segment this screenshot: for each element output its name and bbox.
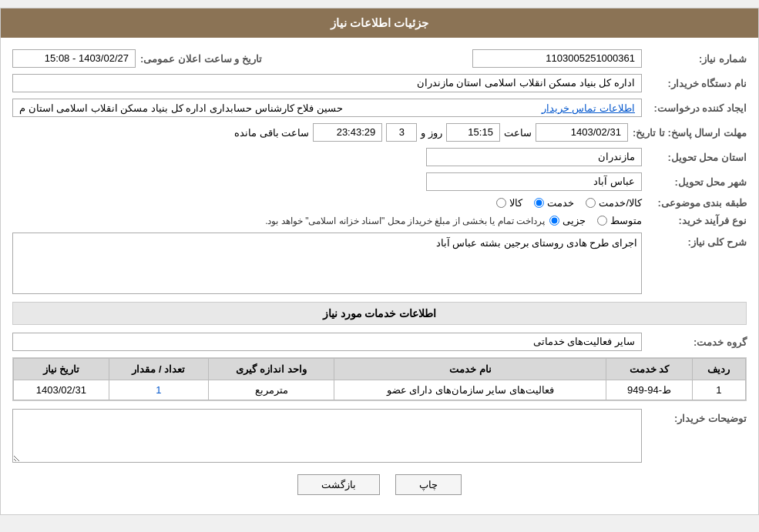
shomareNiaz-label: شماره نیاز: — [646, 53, 747, 65]
col-tarikh: تاریخ نیاز — [14, 359, 109, 380]
khadamat-header: اطلاعات خدمات مورد نیاز — [12, 302, 747, 325]
cell-name: فعالیت‌های سایر سازمان‌های دارای عضو — [334, 380, 606, 400]
mohlat-time-label: ساعت — [504, 127, 532, 139]
tabaqe-radio-group: کالا/خدمت خدمت کالا — [496, 197, 642, 209]
grohe-label: گروه خدمت: — [646, 336, 747, 348]
khadamat-table-container: ردیف کد خدمت نام خدمت واحد اندازه گیری ت… — [12, 357, 747, 401]
row-grohe: گروه خدمت: سایر فعالیت‌های خدماتی — [12, 333, 747, 351]
tabaqe-kala[interactable]: کالا — [496, 197, 522, 209]
cell-radif: 1 — [692, 380, 745, 400]
shahr-label: شهر محل تحویل: — [646, 176, 747, 188]
sharh-text: اجرای طرح هادی روستای برجین بشته عباس آب… — [436, 237, 637, 249]
navFarayand-mottawaset[interactable]: متوسط — [597, 215, 642, 226]
buttons-row: چاپ بازگشت — [12, 474, 747, 495]
mohlat-remaining: 23:43:29 — [313, 123, 382, 142]
cell-vahed: مترمربع — [209, 380, 334, 400]
tabaqe-khadamat-label: خدمت — [547, 197, 574, 209]
mohlat-time: 15:15 — [446, 123, 500, 142]
col-vahed: واحد اندازه گیری — [209, 359, 334, 380]
grohe-value: سایر فعالیت‌های خدماتی — [12, 333, 642, 351]
navFarayand-mottawaset-radio[interactable] — [597, 216, 607, 226]
btn-return[interactable]: بازگشت — [297, 474, 380, 495]
shomareNiaz-value: 1103005251000361 — [472, 49, 642, 68]
mohlat-remaining-label: ساعت باقی مانده — [234, 127, 309, 139]
row-sharh: شرح کلی نیاز: اجرای طرح هادی روستای برجی… — [12, 233, 747, 294]
navFarayand-jozii-label: جزیی — [563, 215, 586, 226]
col-name: نام خدمت — [334, 359, 606, 380]
tawsif-textarea[interactable] — [12, 409, 642, 463]
sharh-label: شرح کلی نیاز: — [646, 233, 747, 248]
namDastgah-value: اداره کل بنیاد مسکن انقلاب اسلامی استان … — [12, 74, 642, 92]
row-ijadKonande: ایجاد کننده درخواست: اطلاعات تماس خریدار… — [12, 99, 747, 117]
navFarayand-jozii-radio[interactable] — [549, 216, 559, 226]
tabaqe-kala-label: کالا — [509, 197, 522, 209]
tabaqe-kala-khadamat[interactable]: کالا/خدمت — [586, 197, 642, 209]
mohlat-time-row: 1403/02/31 ساعت 15:15 روز و 3 23:43:29 س… — [12, 123, 628, 142]
tabaqe-khadamat-radio[interactable] — [534, 198, 544, 208]
col-kod: کد خدمت — [606, 359, 692, 380]
ostan-value: مازندران — [426, 148, 642, 166]
mohlat-label: مهلت ارسال پاسخ: تا تاریخ: — [633, 127, 747, 139]
ijadKonande-text: حسین فلاح کارشناس حسابداری اداره کل بنیا… — [19, 102, 343, 114]
row-tawsif: توضیحات خریدار: — [12, 409, 747, 463]
cell-tedad: 1 — [109, 380, 208, 400]
col-tedad: تعداد / مقدار — [109, 359, 208, 380]
mohlat-date: 1403/02/31 — [536, 123, 628, 142]
tabaqe-kala-khadamat-label: کالا/خدمت — [599, 197, 642, 209]
row-ostan: استان محل تحویل: مازندران — [12, 148, 747, 166]
mohlat-roz-label: روز و — [421, 127, 442, 139]
tabaqe-khadamat[interactable]: خدمت — [534, 197, 574, 209]
navFarayand-desc: پرداخت تمام یا بخشی از مبلغ خریداز محل "… — [12, 216, 545, 226]
table-header-row: ردیف کد خدمت نام خدمت واحد اندازه گیری ت… — [14, 359, 746, 380]
col-radif: ردیف — [692, 359, 745, 380]
row-navFarayand: نوع فرآیند خرید: متوسط جزیی پرداخت تمام … — [12, 215, 747, 226]
page-header: جزئیات اطلاعات نیاز — [1, 8, 758, 38]
namDastgah-label: نام دستگاه خریدار: — [646, 78, 747, 89]
navFarayand-label: نوع فرآیند خرید: — [646, 215, 747, 226]
tarikh-label: تاریخ و ساعت اعلان عمومی: — [140, 53, 262, 65]
row-shomara-tarikh: شماره نیاز: 1103005251000361 تاریخ و ساع… — [12, 49, 747, 68]
ijadKonande-value: اطلاعات تماس خریدار حسین فلاح کارشناس حس… — [12, 99, 642, 117]
navFarayand-mottawaset-label: متوسط — [610, 215, 642, 226]
cell-tarikh: 1403/02/31 — [14, 380, 109, 400]
cell-kod: ط-94-949 — [606, 380, 692, 400]
tabaqe-label: طبقه بندی موضوعی: — [646, 197, 747, 209]
page-container: جزئیات اطلاعات نیاز شماره نیاز: 11030052… — [0, 8, 759, 515]
ostan-label: استان محل تحویل: — [646, 152, 747, 163]
btn-print[interactable]: چاپ — [395, 474, 462, 495]
page-title: جزئیات اطلاعات نیاز — [331, 16, 428, 29]
tabaqe-kala-radio[interactable] — [496, 198, 506, 208]
navFarayand-jozii[interactable]: جزیی — [549, 215, 586, 226]
table-row: 1 ط-94-949 فعالیت‌های سایر سازمان‌های دا… — [14, 380, 746, 400]
shahr-value: عباس آباد — [426, 172, 642, 191]
navFarayand-radio-group: متوسط جزیی — [549, 215, 642, 226]
content-area: شماره نیاز: 1103005251000361 تاریخ و ساع… — [1, 38, 758, 514]
row-tabaqe: طبقه بندی موضوعی: کالا/خدمت خدمت کالا — [12, 197, 747, 209]
ijadKonande-label: ایجاد کننده درخواست: — [646, 102, 747, 114]
row-mohlat: مهلت ارسال پاسخ: تا تاریخ: 1403/02/31 سا… — [12, 123, 747, 142]
tawsif-label: توضیحات خریدار: — [646, 409, 747, 424]
row-namDastgah: نام دستگاه خریدار: اداره کل بنیاد مسکن ا… — [12, 74, 747, 92]
tabaqe-kala-khadamat-radio[interactable] — [586, 198, 596, 208]
khadamat-table: ردیف کد خدمت نام خدمت واحد اندازه گیری ت… — [13, 358, 746, 400]
ijadKonande-link[interactable]: اطلاعات تماس خریدار — [542, 102, 635, 114]
tarikh-value: 1403/02/27 - 15:08 — [12, 49, 136, 68]
mohlat-roz-value: 3 — [386, 123, 417, 142]
sharh-value: اجرای طرح هادی روستای برجین بشته عباس آب… — [12, 233, 642, 294]
row-shahr: شهر محل تحویل: عباس آباد — [12, 172, 747, 191]
